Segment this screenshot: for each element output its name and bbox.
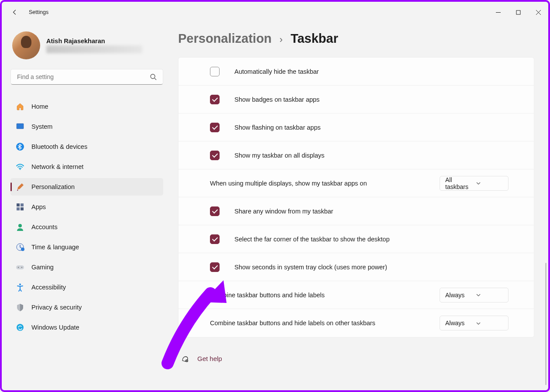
setting-row: Share any window from my taskbar xyxy=(179,197,534,225)
setting-label: Select the far corner of the taskbar to … xyxy=(234,236,509,243)
sidebar-item-label: Accessibility xyxy=(31,284,66,291)
checkbox[interactable] xyxy=(210,234,220,244)
clock-icon xyxy=(16,243,24,251)
checkbox[interactable] xyxy=(210,151,220,160)
close-button[interactable] xyxy=(528,2,548,23)
setting-row: When using multiple displays, show my ta… xyxy=(179,169,534,197)
setting-label: Show badges on taskbar apps xyxy=(234,96,509,103)
main-content: Personalization › Taskbar Automatically … xyxy=(168,23,548,390)
dropdown[interactable]: All taskbars xyxy=(440,176,509,191)
svg-rect-6 xyxy=(17,124,24,129)
gaming-icon xyxy=(16,263,24,272)
checkbox[interactable] xyxy=(210,206,220,216)
scrollbar-thumb[interactable] xyxy=(545,263,547,385)
sidebar-item-accessibility[interactable]: Accessibility xyxy=(10,279,163,296)
dropdown-value: All taskbars xyxy=(445,176,472,190)
checkbox[interactable] xyxy=(210,123,220,132)
sidebar-item-label: Privacy & security xyxy=(31,304,82,311)
user-profile[interactable]: Atish Rajasekharan xyxy=(10,31,161,59)
sidebar-item-privacy-security[interactable]: Privacy & security xyxy=(10,299,163,316)
sidebar-item-bluetooth-devices[interactable]: Bluetooth & devices xyxy=(10,138,163,155)
chevron-down-icon xyxy=(476,181,503,186)
home-icon xyxy=(16,102,24,111)
back-button[interactable] xyxy=(10,8,19,17)
svg-rect-11 xyxy=(21,203,24,206)
user-email-hidden xyxy=(46,45,142,53)
svg-rect-1 xyxy=(516,10,520,14)
svg-line-5 xyxy=(155,78,156,80)
setting-row: Select the far corner of the taskbar to … xyxy=(179,225,534,253)
sidebar-item-label: Home xyxy=(31,103,48,110)
sidebar-item-home[interactable]: Home xyxy=(10,98,163,115)
setting-label: Combine taskbar buttons and hide labels xyxy=(210,292,431,299)
settings-window: Settings Atish Rajasekharan xyxy=(0,0,550,392)
user-name: Atish Rajasekharan xyxy=(46,38,142,45)
chevron-right-icon: › xyxy=(279,34,282,45)
wifi-icon xyxy=(16,162,24,171)
svg-point-4 xyxy=(151,74,155,79)
sidebar-item-label: Time & language xyxy=(31,244,79,251)
avatar xyxy=(12,31,40,59)
dropdown[interactable]: Always xyxy=(440,288,509,303)
sidebar-item-label: Network & internet xyxy=(31,163,83,170)
bt-icon xyxy=(16,142,24,151)
search-box[interactable] xyxy=(10,69,163,85)
sidebar-item-accounts[interactable]: Accounts xyxy=(10,218,163,236)
search-icon xyxy=(150,73,157,80)
sidebar-item-label: Accounts xyxy=(31,224,58,230)
sidebar-item-network-internet[interactable]: Network & internet xyxy=(10,158,163,175)
svg-rect-17 xyxy=(16,265,24,269)
breadcrumb-current: Taskbar xyxy=(291,31,338,46)
breadcrumb-parent[interactable]: Personalization xyxy=(178,31,272,46)
checkbox[interactable] xyxy=(210,67,220,76)
system-icon xyxy=(16,122,24,131)
sidebar-item-label: Bluetooth & devices xyxy=(31,143,87,150)
sidebar-item-windows-update[interactable]: Windows Update xyxy=(10,319,163,336)
setting-row: Combine taskbar buttons and hide labelsA… xyxy=(179,281,534,309)
sidebar-item-system[interactable]: System xyxy=(10,118,163,135)
update-icon xyxy=(16,323,24,332)
breadcrumb: Personalization › Taskbar xyxy=(178,31,534,46)
sidebar-item-label: Windows Update xyxy=(31,324,79,331)
chevron-down-icon xyxy=(476,321,503,326)
search-input[interactable] xyxy=(17,73,150,80)
svg-rect-10 xyxy=(17,203,20,206)
dropdown[interactable]: Always xyxy=(440,316,509,330)
sidebar: Atish Rajasekharan HomeSystemBluetooth &… xyxy=(2,23,168,390)
setting-label: When using multiple displays, show my ta… xyxy=(210,180,431,187)
titlebar: Settings xyxy=(2,2,548,23)
dropdown-value: Always xyxy=(445,320,472,327)
maximize-button[interactable] xyxy=(508,2,528,23)
chevron-down-icon xyxy=(476,292,503,297)
window-controls xyxy=(488,2,548,23)
setting-row: Show my taskbar on all displays xyxy=(179,141,534,169)
setting-row: Show seconds in system tray clock (uses … xyxy=(179,253,534,281)
setting-label: Show seconds in system tray clock (uses … xyxy=(234,264,509,271)
setting-row: Show flashing on taskbar apps xyxy=(179,113,534,141)
setting-label: Automatically hide the taskbar xyxy=(234,68,509,75)
checkbox[interactable] xyxy=(210,95,220,104)
svg-rect-13 xyxy=(21,207,24,210)
svg-point-9 xyxy=(20,169,21,170)
setting-label: Combine taskbar buttons and hide labels … xyxy=(210,320,431,327)
svg-point-16 xyxy=(21,248,24,251)
sidebar-item-label: Gaming xyxy=(31,264,54,271)
sidebar-item-time-language[interactable]: Time & language xyxy=(10,238,163,256)
svg-text:?: ? xyxy=(186,360,187,362)
svg-rect-12 xyxy=(17,207,20,210)
sidebar-item-label: Apps xyxy=(31,203,46,210)
shield-icon xyxy=(16,303,24,312)
sidebar-item-personalization[interactable]: Personalization xyxy=(10,178,163,196)
get-help[interactable]: ? Get help xyxy=(178,354,534,363)
setting-label: Share any window from my taskbar xyxy=(234,208,509,215)
svg-point-19 xyxy=(21,267,22,268)
minimize-button[interactable] xyxy=(488,2,508,23)
sidebar-item-gaming[interactable]: Gaming xyxy=(10,258,163,276)
sidebar-item-apps[interactable]: Apps xyxy=(10,198,163,216)
sidebar-item-label: System xyxy=(31,123,52,130)
brush-icon xyxy=(16,182,24,191)
nav-list: HomeSystemBluetooth & devicesNetwork & i… xyxy=(10,98,161,336)
checkbox[interactable] xyxy=(210,262,220,272)
setting-row: Automatically hide the taskbar xyxy=(179,58,534,86)
setting-label: Show my taskbar on all displays xyxy=(234,152,509,159)
